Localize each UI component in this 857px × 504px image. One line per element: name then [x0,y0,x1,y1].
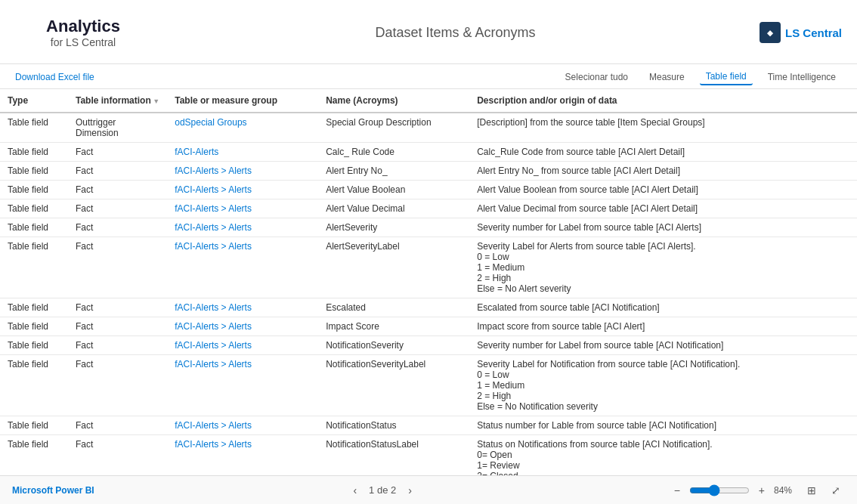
cell-type: Table field [0,162,68,181]
group-link[interactable]: fACI-Alerts > Alerts [175,321,252,332]
toolbar: Download Excel file Selecionar tudo Meas… [0,64,857,89]
cell-group[interactable]: fACI-Alerts > Alerts [167,336,318,355]
download-excel-link[interactable]: Download Excel file [15,72,94,82]
cell-group[interactable]: fACI-Alerts > Alerts [167,199,318,218]
zoom-slider[interactable] [689,484,750,496]
header-center: Dataset Items & Acronyms [151,25,760,41]
cell-group[interactable]: fACI-Alerts > Alerts [167,355,318,416]
cell-group[interactable]: fACI-Alerts > Alerts [167,162,318,181]
toolbar-left: Download Excel file [15,72,94,82]
group-link[interactable]: fACI-Alerts > Alerts [175,302,252,313]
cell-type: Table field [0,355,68,416]
cell-group[interactable]: fACI-Alerts > Alerts [167,218,318,237]
cell-group[interactable]: fACI-Alerts [167,143,318,162]
cell-table-info: Fact [68,181,167,199]
group-link[interactable]: fACI-Alerts > Alerts [175,203,252,214]
zoom-controls: − + 84% ⊞ ⤢ [671,483,845,498]
cell-table-info: Fact [68,416,167,435]
cell-name: Calc_ Rule Code [318,143,469,162]
cell-desc: Alert Value Boolean from source table [A… [469,181,857,199]
table-row: Table field Fact fACI-Alerts > Alerts Im… [0,317,857,336]
cell-name: NotificationStatus [318,416,469,435]
filter-buttons: Selecionar tudo Measure Table field Time… [559,69,842,85]
header: Analytics for LS Central Dataset Items &… [0,0,857,64]
cell-desc: Calc_Rule Code from source table [ACI Al… [469,143,857,162]
footer: Microsoft Power BI ‹ 1 de 2 › − + 84% ⊞ … [0,475,857,504]
cell-desc: Severity Label for Notification from sou… [469,355,857,416]
cell-desc: Alert Entry No_ from source table [ACI A… [469,162,857,181]
cell-desc: Severity Label for Alerts from source ta… [469,237,857,298]
cell-group[interactable]: fACI-Alerts > Alerts [167,317,318,336]
filter-table-field-button[interactable]: Table field [700,69,753,85]
cell-group[interactable]: fACI-Alerts > Alerts [167,435,318,476]
group-link[interactable]: fACI-Alerts [175,147,218,157]
filter-time-intelligence-button[interactable]: Time Intelligence [762,70,842,85]
table-row: Table field Outtrigger Dimension odSpeci… [0,113,857,143]
filter-all-button[interactable]: Selecionar tudo [559,70,634,85]
cell-desc: Impact score from source table [ACI Aler… [469,317,857,336]
table-row: Table field Fact fACI-Alerts > Alerts Al… [0,162,857,181]
fit-screen-button[interactable]: ⊞ [803,483,821,498]
cell-type: Table field [0,317,68,336]
cell-type: Table field [0,199,68,218]
table-row: Table field Fact fACI-Alerts > Alerts No… [0,435,857,476]
cell-name: Impact Score [318,317,469,336]
group-link[interactable]: fACI-Alerts > Alerts [175,340,252,351]
cell-name: Alert Entry No_ [318,162,469,181]
next-page-button[interactable]: › [404,483,416,498]
table-container[interactable]: Type Table information Table or measure … [0,89,857,475]
group-link[interactable]: fACI-Alerts > Alerts [175,222,252,233]
filter-measure-button[interactable]: Measure [643,70,691,85]
cell-desc: Severity number for Label from source ta… [469,218,857,237]
group-link[interactable]: fACI-Alerts > Alerts [175,420,252,431]
cell-desc: Status number for Lable from source tabl… [469,416,857,435]
col-header-name: Name (Acroyms) [318,89,469,113]
cell-name: Escalated [318,298,469,317]
cell-desc: Escalated from source table [ACI Notific… [469,298,857,317]
table-row: Table field Fact fACI-Alerts > Alerts Al… [0,199,857,218]
brand-title-sub: for LS Central [15,36,151,48]
cell-group[interactable]: fACI-Alerts > Alerts [167,298,318,317]
cell-group[interactable]: fACI-Alerts > Alerts [167,416,318,435]
cell-type: Table field [0,181,68,199]
prev-page-button[interactable]: ‹ [348,483,361,498]
table-row: Table field Fact fACI-Alerts > Alerts No… [0,416,857,435]
cell-desc: Alert Value Decimal from source table [A… [469,199,857,218]
zoom-out-button[interactable]: − [671,483,683,498]
group-link[interactable]: fACI-Alerts > Alerts [175,241,252,252]
cell-name: NotificationSeverity [318,336,469,355]
header-branding: Analytics for LS Central [15,17,151,48]
cell-type: Table field [0,298,68,317]
group-link[interactable]: fACI-Alerts > Alerts [175,439,252,450]
cell-group[interactable]: odSpecial Groups [167,113,318,143]
powerbi-link[interactable]: Microsoft Power BI [12,485,94,496]
group-link[interactable]: odSpecial Groups [175,117,246,128]
cell-group[interactable]: fACI-Alerts > Alerts [167,237,318,298]
zoom-percentage: 84% [774,485,797,496]
data-table: Type Table information Table or measure … [0,89,857,475]
cell-type: Table field [0,143,68,162]
cell-desc: Status on Notifications from source tabl… [469,435,857,476]
cell-type: Table field [0,218,68,237]
cell-group[interactable]: fACI-Alerts > Alerts [167,181,318,199]
fullscreen-button[interactable]: ⤢ [827,483,845,498]
col-header-group: Table or measure group [167,89,318,113]
cell-table-info: Fact [68,237,167,298]
table-row: Table field Fact fACI-Alerts > Alerts Al… [0,181,857,199]
table-row: Table field Fact fACI-Alerts > Alerts No… [0,355,857,416]
page-navigation: ‹ 1 de 2 › [348,483,416,498]
cell-type: Table field [0,416,68,435]
cell-table-info: Fact [68,199,167,218]
header-logo: ◆ LS Central [760,22,842,43]
group-link[interactable]: fACI-Alerts > Alerts [175,184,252,195]
cell-table-info: Fact [68,162,167,181]
group-link[interactable]: fACI-Alerts > Alerts [175,165,252,176]
cell-table-info: Fact [68,317,167,336]
cell-name: AlertSeverity [318,218,469,237]
group-link[interactable]: fACI-Alerts > Alerts [175,359,252,369]
cell-name: Special Group Description [318,113,469,143]
cell-type: Table field [0,435,68,476]
col-header-table-info[interactable]: Table information [68,89,167,113]
col-header-desc: Description and/or origin of data [469,89,857,113]
zoom-in-button[interactable]: + [756,483,768,498]
